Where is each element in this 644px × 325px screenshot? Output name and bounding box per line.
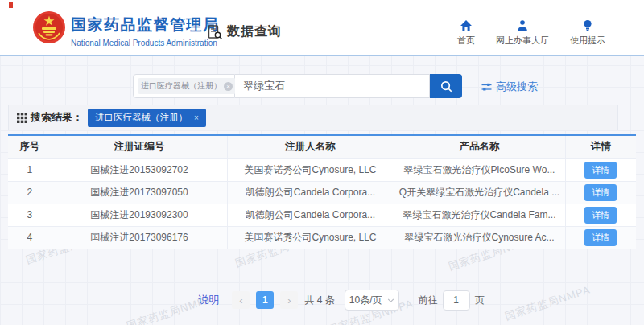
prev-page-button[interactable]: ‹ [232,291,250,309]
cell-detail: 详情 [565,158,636,181]
cell-registrant: 美国赛诺秀公司Cynosure, LLC [227,158,394,181]
cell-cert_no: 国械注进20153092702 [52,158,227,181]
advanced-search-label: 高级搜索 [496,80,538,94]
app-title: 数据查询 [207,23,282,40]
goto-page-group: 前往 页 [419,290,485,311]
cell-cert_no: 国械注进20193092300 [52,204,227,226]
site-subtitle: National Medical Products Administration [71,39,220,47]
user-icon [516,19,529,31]
col-header-index: 序号 [8,136,52,158]
pagination: 说明 ‹ 1 › 共 4 条 10条/页 前往 页 [0,290,644,311]
tag-close-icon[interactable]: × [224,82,233,91]
results-filter-tag[interactable]: 进口医疗器械（注册） × [88,109,206,127]
advanced-search-link[interactable]: 高级搜索 [481,80,538,94]
cell-detail: 详情 [565,181,636,204]
category-tag-label: 进口医疗器械（注册） [141,80,221,92]
header-nav: 首页 网上办事大厅 使用提示 [457,19,605,47]
cell-registrant: 凯德朗公司Candela Corpora... [227,204,394,226]
cell-cert_no: 国械注进20173096176 [52,226,227,249]
cell-index: 1 [8,158,52,181]
detail-button[interactable]: 详情 [584,184,617,201]
category-select[interactable]: 进口医疗器械（注册） × [133,74,235,98]
site-title: 国家药品监督管理局 [71,14,220,35]
document-search-icon [207,24,223,40]
total-count-label: 共 4 条 [304,294,334,307]
header: 国家药品监督管理局 National Medical Products Admi… [0,0,644,56]
detail-button[interactable]: 详情 [584,207,617,224]
cell-detail: 详情 [565,226,636,249]
goto-page-input[interactable] [443,290,470,311]
national-emblem-logo [32,10,66,44]
category-tag: 进口医疗器械（注册） × [138,78,236,94]
filter-sliders-icon [481,82,492,92]
table-row: 4国械注进20173096176美国赛诺秀公司Cynosure, LLC翠绿宝石… [8,226,636,249]
goto-suffix: 页 [475,294,485,307]
note-link[interactable]: 说明 [198,293,219,307]
cell-detail: 详情 [565,204,636,226]
nav-label: 使用提示 [570,35,605,47]
nav-item-home[interactable]: 首页 [457,19,475,47]
results-table: 序号 注册证编号 注册人名称 产品名称 详情 1国械注进20153092702美… [8,134,636,249]
cell-product: Q开关翠绿宝石激光治疗仪Candela ... [394,181,565,204]
cell-registrant: 凯德朗公司Candela Corpora... [227,181,394,204]
home-icon [460,19,473,31]
nav-label: 首页 [457,35,475,47]
nav-label: 网上办事大厅 [496,35,549,47]
search-results-bar: 搜索结果： 进口医疗器械（注册） × [8,105,618,130]
page-button-1[interactable]: 1 [256,291,274,309]
cell-index: 4 [8,226,52,249]
next-page-button[interactable]: › [280,291,298,309]
results-label-text: 搜索结果： [31,110,83,125]
brand-block: 国家药品监督管理局 National Medical Products Admi… [71,14,220,47]
cell-product: 翠绿宝石激光治疗仪Cynosure Ac... [394,226,565,249]
nav-item-service-hall[interactable]: 网上办事大厅 [496,19,549,47]
cell-index: 3 [8,204,52,226]
goto-label: 前往 [419,294,438,307]
cell-cert_no: 国械注进20173097050 [52,181,227,204]
col-header-product: 产品名称 [394,136,565,158]
table-header-row: 序号 注册证编号 注册人名称 产品名称 详情 [8,136,636,158]
table-row: 3国械注进20193092300凯德朗公司Candela Corpora...翠… [8,204,636,226]
cell-product: 翠绿宝石激光治疗仪PicoSure Wo... [394,158,565,181]
detail-button[interactable]: 详情 [584,162,617,179]
chevron-down-icon [387,298,394,302]
table-row: 2国械注进20173097050凯德朗公司Candela Corpora...Q… [8,181,636,204]
results-filter-tag-label: 进口医疗器械（注册） [95,112,188,124]
col-header-cert-no: 注册证编号 [52,136,227,158]
search-bar: 进口医疗器械（注册） × [133,74,462,98]
app-title-label: 数据查询 [227,23,282,40]
table-row: 1国械注进20153092702美国赛诺秀公司Cynosure, LLC翠绿宝石… [8,158,636,181]
search-input[interactable] [235,74,430,98]
cell-registrant: 美国赛诺秀公司Cynosure, LLC [227,226,394,249]
cell-product: 翠绿宝石激光治疗仪Candela Fam... [394,204,565,226]
page-size-value: 10条/页 [349,294,382,307]
page: 国家药监局NMPA 国家药监局NMPA 国家药监局NMPA 国家药监局NMPA … [0,0,644,325]
search-button[interactable] [430,74,462,98]
col-header-registrant: 注册人名称 [227,136,394,158]
corner-red-mark [9,2,13,8]
nav-item-usage-tips[interactable]: 使用提示 [570,19,605,47]
page-size-select[interactable]: 10条/页 [345,290,399,311]
grid-icon [17,113,27,123]
detail-button[interactable]: 详情 [584,229,617,246]
results-label: 搜索结果： [17,110,83,125]
search-icon [440,80,453,93]
col-header-detail: 详情 [565,136,636,158]
lightbulb-icon [582,19,593,31]
tag-remove-icon[interactable]: × [194,113,199,122]
cell-index: 2 [8,181,52,204]
